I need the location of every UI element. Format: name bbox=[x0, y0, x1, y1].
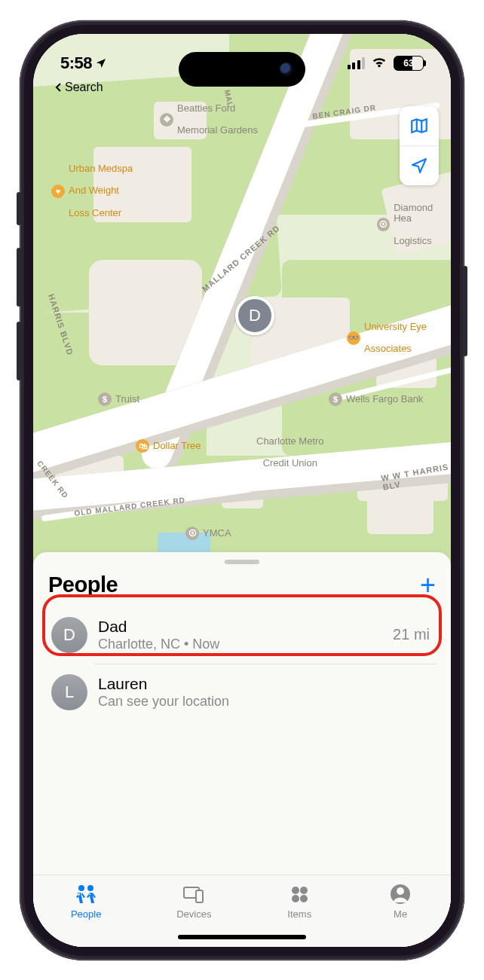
tab-label: People bbox=[71, 908, 101, 920]
person-distance: 21 mi bbox=[393, 626, 430, 643]
avatar: L bbox=[51, 674, 87, 710]
svg-point-5 bbox=[300, 887, 308, 894]
power-button bbox=[463, 266, 467, 356]
dynamic-island bbox=[179, 52, 305, 87]
svg-point-9 bbox=[397, 887, 404, 895]
svg-rect-3 bbox=[196, 890, 203, 902]
screen: 5:58 63 Search MALLAR bbox=[33, 34, 451, 947]
location-arrow-icon bbox=[95, 57, 107, 69]
poi-label: Charlotte MetroCredit Union bbox=[256, 436, 324, 470]
person-name: Dad bbox=[98, 618, 382, 636]
tab-devices[interactable]: Devices bbox=[176, 883, 211, 920]
svg-point-1 bbox=[87, 885, 93, 891]
map-mode-button[interactable] bbox=[400, 106, 439, 145]
mute-switch bbox=[17, 192, 21, 225]
poi-label: University EyeAssociates bbox=[364, 322, 427, 356]
battery-icon: 63 bbox=[394, 56, 424, 71]
avatar: D bbox=[51, 617, 87, 653]
tab-label: Me bbox=[394, 908, 407, 920]
tab-label: Items bbox=[287, 908, 311, 920]
poi-label: Diamond HeaLogistics bbox=[394, 203, 451, 248]
breadcrumb-label: Search bbox=[65, 81, 103, 94]
home-indicator[interactable] bbox=[178, 935, 306, 939]
poi-label: Urban MedspaAnd WeightLoss Center bbox=[69, 163, 133, 220]
wifi-icon bbox=[371, 53, 388, 73]
svg-point-7 bbox=[300, 895, 308, 902]
person-row-dad[interactable]: D Dad Charlotte, NC • Now 21 mi bbox=[47, 606, 437, 664]
poi-university-eye[interactable]: 👓University EyeAssociates bbox=[347, 322, 427, 356]
avatar-initial: D bbox=[63, 625, 75, 645]
time-text: 5:58 bbox=[60, 53, 92, 73]
poi-label: Wells Fargo Bank bbox=[346, 393, 423, 405]
person-icon bbox=[388, 883, 413, 905]
poi-label: Truist bbox=[115, 393, 139, 405]
cell-signal-icon bbox=[348, 57, 366, 69]
poi-label: YMCA bbox=[203, 527, 231, 539]
person-name: Lauren bbox=[98, 675, 419, 693]
tab-me[interactable]: Me bbox=[388, 883, 413, 920]
tab-label: Devices bbox=[176, 908, 211, 920]
people-icon bbox=[73, 883, 99, 905]
add-person-button[interactable]: + bbox=[420, 572, 436, 599]
battery-level: 63 bbox=[403, 58, 413, 69]
status-time: 5:58 bbox=[60, 53, 107, 73]
poi-beatties[interactable]: ✥Beatties FordMemorial Gardens bbox=[160, 103, 258, 137]
person-row-lauren[interactable]: L Lauren Can see your location bbox=[47, 664, 437, 721]
poi-truist[interactable]: $Truist bbox=[98, 392, 139, 406]
phone-frame: 5:58 63 Search MALLAR bbox=[20, 20, 464, 960]
locate-me-button[interactable] bbox=[400, 146, 439, 185]
person-sub: Can see your location bbox=[98, 694, 419, 710]
items-icon bbox=[286, 883, 312, 905]
avatar-initial: L bbox=[65, 682, 74, 702]
poi-credit-union[interactable]: Charlotte MetroCredit Union bbox=[256, 436, 324, 470]
person-map-pin[interactable]: D bbox=[235, 296, 274, 335]
poi-diamond[interactable]: ⦿Diamond HeaLogistics bbox=[377, 203, 451, 248]
poi-label: Dollar Tree bbox=[153, 440, 201, 451]
tab-people[interactable]: People bbox=[71, 883, 101, 920]
devices-icon bbox=[181, 883, 207, 905]
svg-point-6 bbox=[292, 895, 299, 902]
svg-point-4 bbox=[292, 887, 299, 894]
poi-dollar-tree[interactable]: 🛍Dollar Tree bbox=[136, 439, 201, 453]
person-sub: Charlotte, NC • Now bbox=[98, 637, 382, 652]
poi-urban-medspa[interactable]: ♥Urban MedspaAnd WeightLoss Center bbox=[51, 163, 133, 220]
pin-initial: D bbox=[249, 306, 261, 325]
volume-up-button bbox=[17, 248, 21, 307]
poi-ymca[interactable]: ⦿YMCA bbox=[185, 527, 231, 540]
poi-wells-fargo[interactable]: $Wells Fargo Bank bbox=[329, 392, 423, 406]
poi-label: Beatties FordMemorial Gardens bbox=[177, 103, 258, 137]
back-breadcrumb[interactable]: Search bbox=[54, 81, 103, 94]
svg-point-0 bbox=[78, 885, 84, 891]
volume-down-button bbox=[17, 322, 21, 380]
sheet-title: People bbox=[48, 572, 118, 597]
tab-items[interactable]: Items bbox=[286, 883, 312, 920]
map-controls bbox=[400, 106, 439, 185]
sheet-grabber[interactable] bbox=[225, 560, 259, 564]
